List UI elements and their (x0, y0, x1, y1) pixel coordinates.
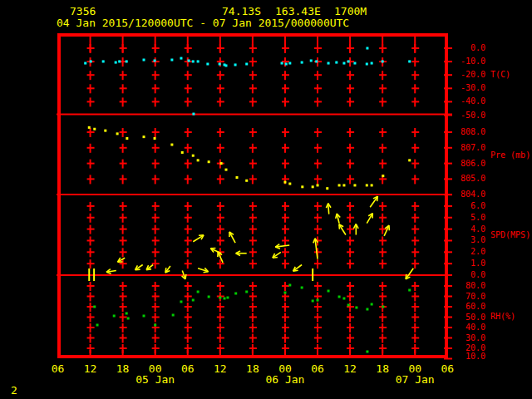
page-number: 2 (11, 385, 17, 397)
y-axis-tick-label: 1.0 (434, 259, 485, 268)
temperature-point (118, 60, 121, 62)
temperature-point (180, 57, 182, 60)
pressure-point (245, 180, 248, 182)
pressure-point (408, 159, 411, 161)
temperature-point (154, 59, 156, 62)
y-axis-tick-label: 70.0 (434, 293, 485, 301)
wind-arrow-head (339, 224, 340, 229)
humidity-point (288, 284, 291, 287)
humidity-point (93, 306, 96, 308)
pressure-point (93, 128, 96, 131)
humidity-point (219, 297, 221, 299)
humidity-point (197, 291, 200, 293)
wind-arrow-head (336, 214, 337, 219)
temperature-point (382, 60, 384, 62)
humidity-point (127, 318, 130, 320)
temperature-point (170, 59, 173, 62)
humidity-point (366, 351, 368, 353)
wind-arrow-head (293, 270, 298, 271)
y-axis-tick-label: 10.0 (434, 352, 485, 361)
pressure-point (371, 184, 373, 186)
temperature-point (281, 62, 283, 65)
temperature-point (115, 62, 117, 64)
temperature-point (188, 59, 190, 62)
temperature-point (310, 59, 313, 62)
x-axis-hour-label: 06 (440, 363, 455, 374)
pressure-point (338, 184, 341, 186)
pressure-point (192, 155, 195, 157)
wind-calm-bar (93, 268, 95, 281)
humidity-point (301, 287, 303, 289)
pressure-point (116, 132, 119, 135)
pressure-point (236, 176, 239, 179)
wind-arrow-head (135, 269, 140, 270)
x-axis-hour-label: 18 (116, 363, 131, 374)
pressure-point (288, 183, 291, 185)
panel-unit-label: Pre (mb) (490, 151, 530, 160)
pressure-point (317, 184, 319, 186)
humidity-point (317, 299, 319, 302)
humidity-point (328, 290, 330, 293)
humidity-point (371, 303, 373, 306)
temperature-point (126, 60, 128, 62)
pressure-point (208, 160, 210, 163)
wind-arrow-head (313, 239, 315, 244)
pressure-point (342, 184, 345, 186)
temperature-point (84, 62, 86, 65)
temperature-point (315, 60, 318, 62)
pressure-point (181, 151, 184, 154)
temperature-point (288, 62, 291, 65)
temperature-point (366, 47, 368, 50)
humidity-point (126, 313, 128, 315)
temperature-point (408, 60, 411, 62)
temperature-point (366, 62, 368, 65)
x-axis-hour-label: 18 (375, 363, 390, 374)
temperature-point (143, 59, 145, 62)
wind-arrow-head (273, 258, 278, 259)
pressure-point (104, 130, 106, 132)
temperature-point (328, 62, 330, 65)
y-axis-tick-label: 805.0 (434, 175, 485, 183)
y-axis-tick-label: 0.0 (434, 271, 485, 279)
pressure-point (126, 137, 128, 140)
y-axis-tick-label: 0.0 (434, 44, 485, 52)
temperature-point (206, 62, 209, 65)
humidity-point (347, 304, 350, 307)
humidity-point (408, 289, 411, 292)
humidity-point (192, 299, 195, 302)
x-axis-hour-label: 12 (83, 363, 98, 374)
y-axis-tick-label: 30.0 (434, 334, 485, 342)
temperature-point (219, 62, 221, 65)
y-axis-tick-label: 2.0 (434, 248, 485, 256)
humidity-point (366, 308, 368, 311)
x-axis-hour-label: 12 (213, 363, 228, 374)
temperature-point (342, 62, 345, 65)
y-axis-tick-label: 40.0 (434, 323, 485, 332)
temperature-point (353, 62, 356, 65)
humidity-point (208, 296, 210, 298)
humidity-point (342, 298, 345, 300)
pressure-point (154, 137, 156, 140)
humidity-point (382, 306, 384, 308)
panel-unit-label: T(C) (490, 71, 510, 79)
y-axis-tick-label: 804.0 (434, 190, 485, 199)
panel-unit-label: RH(%) (490, 313, 515, 321)
x-axis-hour-label: 06 (310, 363, 325, 374)
humidity-point (224, 298, 226, 300)
y-axis-tick-label: 808.0 (434, 128, 485, 136)
panel-unit-label: SPD(MPS) (490, 231, 530, 239)
x-axis-date-label: 05 Jan (135, 374, 175, 385)
pressure-point (382, 175, 384, 177)
humidity-point (143, 315, 145, 318)
temperature-point (245, 62, 248, 65)
y-axis-tick-label: 4.0 (434, 225, 485, 234)
humidity-point (226, 297, 229, 299)
y-axis-tick-label: 806.0 (434, 160, 485, 168)
humidity-point (312, 300, 314, 303)
pressure-point (143, 135, 145, 138)
y-axis-tick-label: 60.0 (434, 303, 485, 311)
pressure-point (170, 144, 173, 146)
humidity-point (154, 324, 156, 327)
x-axis-hour-label: 06 (180, 363, 195, 374)
y-axis-tick-label: 807.0 (434, 144, 485, 152)
